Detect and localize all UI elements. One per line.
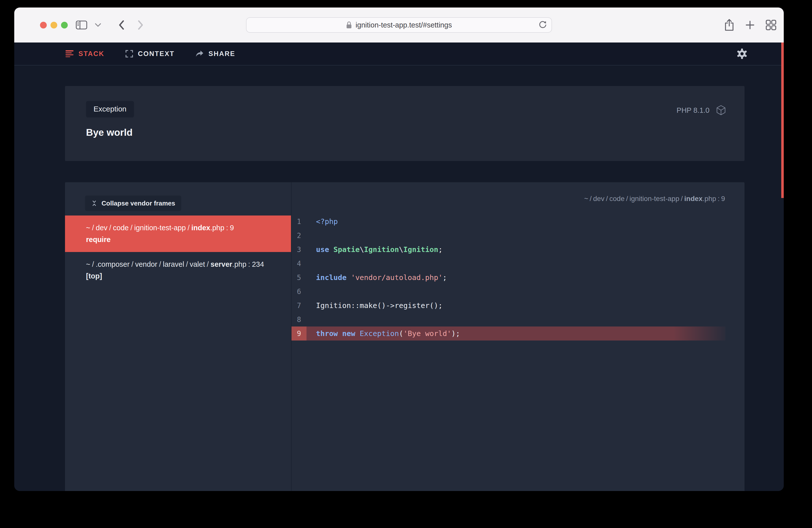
settings-gear-icon[interactable] [736, 48, 748, 59]
line-number: 7 [291, 298, 306, 312]
frame-method: require [86, 234, 277, 246]
scrollbar-thumb[interactable] [781, 43, 784, 198]
code-line: 7Ignition::make()->register(); [291, 298, 744, 312]
stack-trace-card: Collapse vendor frames ~/dev/code/igniti… [65, 182, 744, 491]
line-number: 4 [291, 256, 306, 270]
php-version: PHP 8.1.0 [677, 106, 710, 115]
minimize-window-button[interactable] [50, 22, 57, 29]
page-content: Exception Bye world PHP 8.1.0 Collapse v… [14, 65, 784, 491]
frame-path: ~/dev/code/ignition-test-app/index.php:9 [86, 224, 234, 232]
line-number: 1 [291, 215, 306, 229]
frame-path: ~/.composer/vendor/laravel/valet/server.… [86, 260, 264, 268]
stack-list-icon [66, 50, 74, 58]
code-line: 9throw new Exception('Bye world'); [291, 326, 725, 340]
code-line: 1<?php [291, 215, 744, 229]
frame-method: [top] [86, 270, 277, 282]
collapse-icon [91, 200, 98, 206]
browser-window: ignition-test-app.test/#settings STACK [14, 8, 784, 491]
line-code: throw new Exception('Bye world'); [306, 326, 460, 340]
new-tab-icon[interactable] [745, 20, 755, 30]
line-code [306, 312, 316, 326]
chevron-down-icon[interactable] [95, 23, 101, 27]
code-snippet: 1<?php23use Spatie\Ignition\Ignition;45i… [291, 215, 744, 340]
url-text: ignition-test-app.test/#settings [356, 21, 452, 29]
share-arrow-icon [195, 50, 204, 58]
line-number: 5 [291, 270, 306, 284]
back-button[interactable] [118, 19, 125, 30]
tab-label: STACK [78, 50, 104, 58]
code-pane: ~/dev/code/ignition-test-app/index.php:9… [291, 182, 744, 491]
line-code: Ignition::make()->register(); [306, 298, 443, 312]
context-brackets-icon [125, 49, 133, 58]
share-page-icon[interactable] [724, 18, 735, 31]
lock-icon [346, 21, 352, 29]
collapse-button-label: Collapse vendor frames [102, 200, 175, 207]
forward-button[interactable] [137, 19, 144, 30]
tab-label: CONTEXT [138, 50, 175, 58]
ignition-navbar: STACK CONTEXT SHARE [14, 43, 784, 65]
traffic-lights [40, 8, 68, 43]
tab-overview-icon[interactable] [765, 19, 777, 31]
stack-frames-list: ~/dev/code/ignition-test-app/index.php:9… [65, 216, 291, 289]
line-code [306, 229, 316, 243]
reload-icon[interactable] [538, 20, 547, 30]
stack-frames-pane: Collapse vendor frames ~/dev/code/igniti… [65, 182, 291, 491]
stack-frame[interactable]: ~/dev/code/ignition-test-app/index.php:9… [65, 216, 291, 252]
line-number: 2 [291, 229, 306, 243]
zoom-window-button[interactable] [61, 22, 68, 29]
line-code: use Spatie\Ignition\Ignition; [306, 243, 443, 256]
line-code: include 'vendor/autoload.php'; [306, 270, 447, 284]
line-number: 9 [291, 326, 306, 340]
laravel-icon [716, 105, 726, 116]
tab-stack[interactable]: STACK [66, 50, 104, 58]
tab-label: SHARE [208, 50, 235, 58]
code-line: 6 [291, 284, 744, 298]
line-code: <?php [306, 215, 338, 229]
address-bar[interactable]: ignition-test-app.test/#settings [246, 17, 552, 33]
tab-share[interactable]: SHARE [195, 50, 235, 58]
browser-toolbar: ignition-test-app.test/#settings [14, 8, 784, 43]
code-line: 3use Spatie\Ignition\Ignition; [291, 243, 744, 256]
stack-frame[interactable]: ~/.composer/vendor/laravel/valet/server.… [65, 252, 291, 289]
code-file-path: ~/dev/code/ignition-test-app/index.php:9 [584, 195, 725, 203]
code-line: 8 [291, 312, 744, 326]
exception-message: Bye world [86, 127, 744, 138]
code-line: 4 [291, 256, 744, 270]
exception-card: Exception Bye world PHP 8.1.0 [65, 86, 744, 161]
sidebar-toggle-icon[interactable] [76, 20, 87, 30]
line-number: 8 [291, 312, 306, 326]
collapse-vendor-frames-button[interactable]: Collapse vendor frames [85, 195, 181, 211]
line-number: 6 [291, 284, 306, 298]
line-code [306, 256, 316, 270]
line-code [306, 284, 316, 298]
exception-class-badge: Exception [86, 101, 134, 117]
code-line: 5include 'vendor/autoload.php'; [291, 270, 744, 284]
close-window-button[interactable] [40, 22, 47, 29]
code-line: 2 [291, 229, 744, 243]
tab-context[interactable]: CONTEXT [125, 49, 175, 58]
line-number: 3 [291, 243, 306, 256]
